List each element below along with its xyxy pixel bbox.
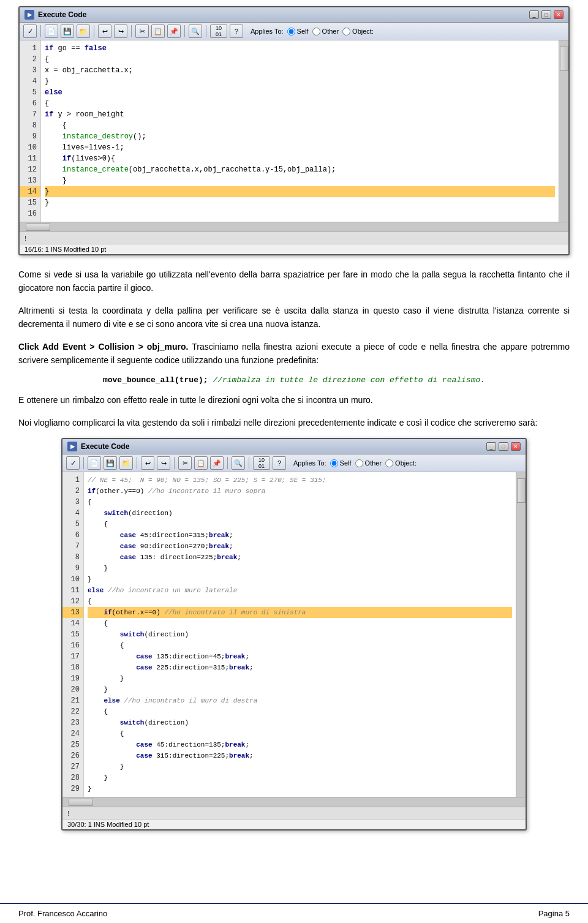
code-content-2[interactable]: // NE = 45; N = 90; NO = 135; SO = 225; … — [84, 472, 516, 797]
footer-author: Prof. Francesco Accarino — [18, 909, 107, 918]
c2-l10: } — [88, 574, 512, 585]
save-btn-2[interactable]: 💾 — [104, 456, 117, 470]
code-area-2[interactable]: 1 2 3 4 5 6 7 8 9 10 11 12 13 14 15 16 1… — [62, 472, 526, 797]
open-btn-2[interactable]: 📁 — [119, 456, 133, 470]
copy-btn-2[interactable]: 📋 — [194, 456, 208, 470]
object-radio[interactable] — [342, 28, 350, 36]
other-radio-label[interactable]: Other — [312, 28, 339, 36]
check-btn[interactable]: ✓ — [23, 24, 37, 38]
paragraph-5: Noi vlogliamo complicarci la vita gesten… — [18, 416, 570, 429]
self-radio[interactable] — [287, 28, 295, 36]
ln-9: 9 — [20, 131, 40, 142]
self-radio-2[interactable] — [330, 459, 338, 467]
redo-btn[interactable]: ↪ — [114, 24, 127, 38]
ln2-19: 19 — [62, 673, 83, 684]
c2-l20: } — [88, 684, 512, 695]
new-btn[interactable]: 📄 — [45, 24, 58, 38]
cut-btn-2[interactable]: ✂ — [178, 456, 192, 470]
ln-2: 2 — [20, 54, 40, 65]
hscroll-thumb-2[interactable] — [69, 799, 93, 806]
help-btn-2[interactable]: ? — [273, 456, 286, 470]
ln2-26: 26 — [62, 750, 83, 761]
object-radio-label-2[interactable]: Object: — [385, 459, 417, 467]
hscroll-thumb-1[interactable] — [26, 224, 50, 231]
page-footer: Prof. Francesco Accarino Pagina 5 — [0, 903, 588, 923]
paste-btn[interactable]: 📌 — [167, 24, 181, 38]
c2-l2: if(other.y==0) //ho incontrato il muro s… — [88, 486, 512, 497]
copy-btn[interactable]: 📋 — [151, 24, 165, 38]
bottom-bar-2: ! — [62, 807, 526, 819]
scrollbar-1[interactable] — [559, 40, 568, 222]
hscroll-2[interactable] — [62, 797, 526, 807]
c2-l21: else //ho incontrato il muro di destra — [88, 695, 512, 706]
sep5b — [249, 457, 249, 469]
other-radio-label-2[interactable]: Other — [355, 459, 382, 467]
save-btn[interactable]: 💾 — [61, 24, 74, 38]
ln2-20: 20 — [62, 684, 83, 695]
code-line-10: lives=lives-1; — [45, 142, 555, 153]
scroll-thumb-1[interactable] — [560, 47, 568, 71]
applies-to-1: Applies To: Self Other Object: — [251, 28, 374, 36]
code-area-1[interactable]: 1 2 3 4 5 6 7 8 9 10 11 12 13 14 15 16 i… — [20, 40, 568, 222]
ln2-22: 22 — [62, 706, 83, 717]
ln2-29: 29 — [62, 783, 83, 794]
run-btn-2[interactable]: 1001 — [253, 456, 270, 470]
paste-btn-2[interactable]: 📌 — [210, 456, 224, 470]
code-line-14: } — [45, 186, 555, 197]
c2-l26: case 315:direction=225;break; — [88, 750, 512, 761]
minimize-btn-2[interactable]: _ — [486, 442, 496, 451]
hscroll-1[interactable] — [20, 222, 568, 232]
maximize-btn-2[interactable]: □ — [499, 442, 508, 451]
self-radio-label[interactable]: Self — [287, 28, 309, 36]
code-content-1[interactable]: if go == false { x = obj_racchetta.x; } … — [41, 40, 559, 222]
redo-btn-2[interactable]: ↪ — [157, 456, 170, 470]
close-btn-2[interactable]: ✕ — [511, 442, 521, 451]
run-btn[interactable]: 1001 — [210, 24, 227, 38]
c2-l15: switch(direction) — [88, 629, 512, 640]
ln2-23: 23 — [62, 717, 83, 728]
paragraph-4: E ottenere un rimbalzo con effetto reale… — [18, 393, 570, 407]
bottom-exclaim-2: ! — [67, 810, 69, 817]
other-radio-2[interactable] — [355, 459, 363, 467]
object-radio-2[interactable] — [385, 459, 393, 467]
code-window-1[interactable]: ▶ Execute Code _ □ ✕ ✓ 📄 💾 📁 ↩ ↪ ✂ 📋 📌 🔍 — [18, 6, 570, 255]
ln2-24: 24 — [62, 728, 83, 739]
minimize-btn-1[interactable]: _ — [529, 10, 539, 19]
ln2-1: 1 — [62, 475, 83, 486]
new-btn-2[interactable]: 📄 — [88, 456, 101, 470]
code-line-12: instance_create(obj_racchetta.x,obj_racc… — [45, 164, 555, 175]
self-radio-label-2[interactable]: Self — [330, 459, 352, 467]
search-btn[interactable]: 🔍 — [189, 24, 202, 38]
close-btn-1[interactable]: ✕ — [554, 10, 564, 19]
window-title-2: ▶ Execute Code — [67, 442, 129, 451]
title-icon-1: ▶ — [24, 10, 34, 20]
maximize-btn-1[interactable]: □ — [541, 10, 551, 19]
code-window-2[interactable]: ▶ Execute Code _ □ ✕ ✓ 📄 💾 📁 ↩ ↪ ✂ 📋 📌 🔍 — [61, 438, 527, 831]
search-btn-2[interactable]: 🔍 — [232, 456, 245, 470]
c2-l16: { — [88, 640, 512, 651]
ln2-16: 16 — [62, 640, 83, 651]
help-btn[interactable]: ? — [230, 24, 243, 38]
code-line-16 — [45, 208, 555, 219]
object-radio-label[interactable]: Object: — [342, 28, 374, 36]
undo-btn[interactable]: ↩ — [98, 24, 111, 38]
other-radio[interactable] — [312, 28, 320, 36]
open-btn[interactable]: 📁 — [77, 24, 90, 38]
ln-12: 12 — [20, 164, 40, 175]
scroll-thumb-2[interactable] — [517, 478, 526, 503]
ln2-12: 12 — [62, 596, 83, 607]
window-controls-2: _ □ ✕ — [486, 442, 521, 451]
undo-btn-2[interactable]: ↩ — [141, 456, 154, 470]
ln-15: 15 — [20, 197, 40, 208]
titlebar-1: ▶ Execute Code _ □ ✕ — [20, 7, 568, 23]
cut-btn[interactable]: ✂ — [135, 24, 149, 38]
paragraph-2: Altrimenti si testa la coordinata y dell… — [18, 304, 570, 331]
ln2-8: 8 — [62, 552, 83, 563]
code-line-4: } — [45, 76, 555, 87]
c2-l22: { — [88, 706, 512, 717]
scrollbar-2[interactable] — [516, 472, 526, 797]
ln2-18: 18 — [62, 662, 83, 673]
check-btn-2[interactable]: ✓ — [66, 456, 80, 470]
ln2-27: 27 — [62, 761, 83, 772]
code-line-9: instance_destroy(); — [45, 131, 555, 142]
